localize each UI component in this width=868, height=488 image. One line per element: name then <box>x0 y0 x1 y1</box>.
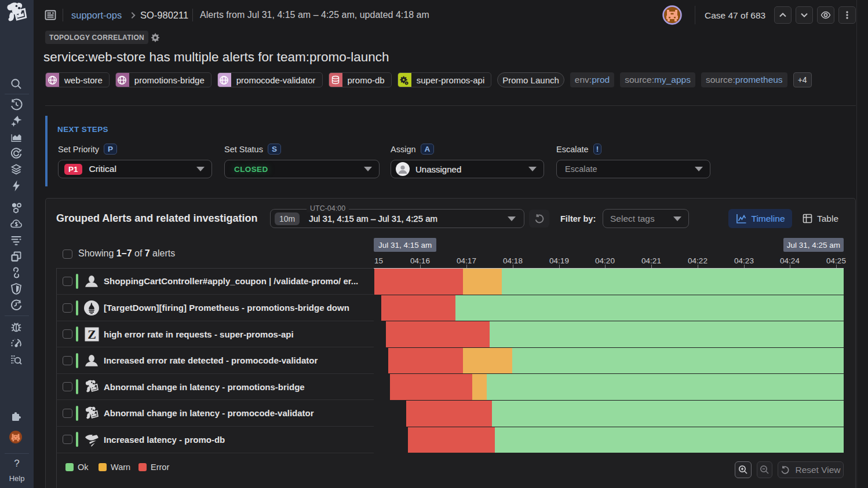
svg-text:Z: Z <box>87 327 96 342</box>
